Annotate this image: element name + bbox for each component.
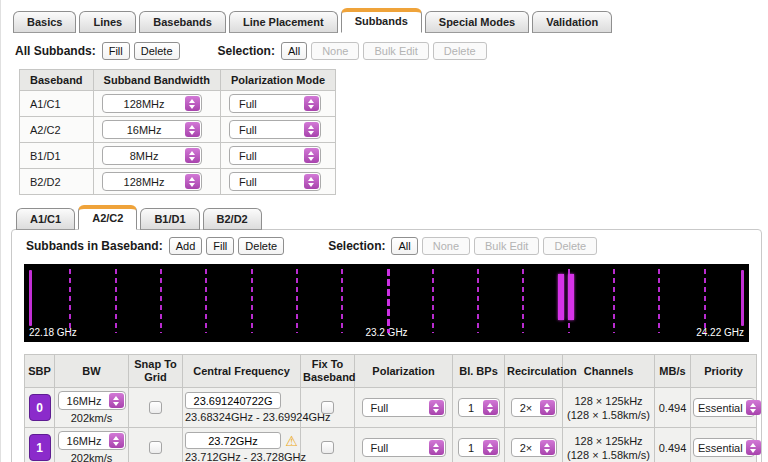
delete-selection-button[interactable]: Delete bbox=[543, 237, 597, 255]
tab-lines[interactable]: Lines bbox=[79, 11, 136, 33]
bandwidth-select[interactable]: 128MHz bbox=[102, 172, 202, 191]
add-subband-button[interactable]: Add bbox=[169, 237, 203, 255]
all-subbands-label: All Subbands: bbox=[15, 44, 96, 58]
bulk-edit-button[interactable]: Bulk Edit bbox=[474, 237, 539, 255]
col-subband-bandwidth: Subband Bandwidth bbox=[93, 70, 220, 91]
spectrum-gridline bbox=[205, 269, 207, 333]
spectrum-canvas[interactable]: 22.18 GHz 23.2 GHz 24.22 GHz bbox=[24, 264, 749, 342]
select-all-button[interactable]: All bbox=[391, 237, 417, 255]
baseband-name: B2/D2 bbox=[20, 169, 94, 195]
spectrum-left-edge-line bbox=[29, 270, 32, 326]
col-recirculation: Recirculation bbox=[505, 355, 563, 388]
stepper-icon bbox=[483, 440, 498, 455]
tab-special-modes[interactable]: Special Modes bbox=[425, 11, 529, 33]
spectrum-gridline bbox=[69, 269, 71, 333]
fix-to-baseband-checkbox[interactable] bbox=[321, 441, 334, 454]
baseband-table-header-row: Baseband Subband Bandwidth Polarization … bbox=[20, 70, 336, 91]
bw-select[interactable]: 16MHz bbox=[58, 391, 126, 410]
tab-basebands[interactable]: Basebands bbox=[139, 11, 226, 33]
all-subbands-toolbar: All Subbands: Fill Delete Selection: All… bbox=[11, 42, 762, 60]
tab-subbands[interactable]: Subbands bbox=[341, 8, 422, 33]
spectrum-gridline bbox=[296, 269, 298, 333]
delete-all-subbands-button[interactable]: Delete bbox=[134, 42, 180, 60]
polarization-mode-select[interactable]: Full bbox=[229, 146, 321, 165]
col-bw: BW bbox=[55, 355, 129, 388]
bandwidth-select[interactable]: 8MHz bbox=[102, 146, 202, 165]
stepper-icon bbox=[185, 122, 200, 137]
frequency-range-note: 23.68324GHz - 23.69924GHz bbox=[185, 411, 298, 423]
tab-a1c1[interactable]: A1/C1 bbox=[16, 208, 75, 230]
fill-all-subbands-button[interactable]: Fill bbox=[102, 42, 130, 60]
select-all-button[interactable]: All bbox=[281, 42, 307, 60]
polarization-mode-select[interactable]: Full bbox=[229, 172, 321, 191]
tab-a2c2[interactable]: A2/C2 bbox=[78, 205, 137, 230]
bandwidth-select[interactable]: 128MHz bbox=[102, 94, 202, 113]
col-polarization: Polarization bbox=[355, 355, 453, 388]
fill-subbands-button[interactable]: Fill bbox=[206, 237, 234, 255]
recirculation-select[interactable]: 2× bbox=[511, 438, 557, 457]
spectrum-subband-bar[interactable] bbox=[558, 274, 564, 320]
central-frequency-input[interactable] bbox=[185, 432, 281, 449]
col-mbs: MB/s bbox=[655, 355, 691, 388]
polarization-mode-select[interactable]: Full bbox=[229, 120, 321, 139]
bulk-edit-button[interactable]: Bulk Edit bbox=[363, 42, 428, 60]
delete-subbands-button[interactable]: Delete bbox=[238, 237, 284, 255]
col-baseband: Baseband bbox=[20, 70, 94, 91]
subband-row-1: 1 16MHz 202km/s ⚠ 23.712GHz - 23.728GHz bbox=[25, 428, 757, 462]
polarization-select[interactable]: Full bbox=[362, 398, 446, 417]
tab-basics[interactable]: Basics bbox=[13, 11, 76, 33]
warning-icon: ⚠ bbox=[285, 434, 298, 448]
priority-select[interactable]: Essential bbox=[693, 438, 755, 457]
baseband-row-b1d1: B1/D1 8MHz Full bbox=[20, 143, 336, 169]
channels-line1: 128 × 125kHz bbox=[565, 434, 652, 448]
main-tab-bar: Basics Lines Basebands Line Placement Su… bbox=[11, 8, 762, 33]
recirculation-select[interactable]: 2× bbox=[511, 398, 557, 417]
baseband-row-a2c2: A2/C2 16MHz Full bbox=[20, 117, 336, 143]
fix-to-baseband-checkbox[interactable] bbox=[321, 401, 334, 414]
stepper-icon bbox=[429, 440, 444, 455]
spectrum-subband-bar[interactable] bbox=[568, 274, 574, 320]
spectrum-gridline bbox=[658, 269, 660, 333]
polarization-select[interactable]: Full bbox=[362, 438, 446, 457]
tab-b1d1[interactable]: B1/D1 bbox=[140, 208, 199, 230]
sbp-badge[interactable]: 1 bbox=[29, 434, 51, 461]
bandwidth-select[interactable]: 16MHz bbox=[102, 120, 202, 139]
central-frequency-input[interactable] bbox=[185, 392, 281, 409]
snap-to-grid-checkbox[interactable] bbox=[149, 441, 162, 454]
stepper-icon bbox=[185, 96, 200, 111]
tab-line-placement[interactable]: Line Placement bbox=[229, 11, 338, 33]
bl-bps-select[interactable]: 1 bbox=[458, 438, 500, 457]
select-none-button[interactable]: None bbox=[311, 42, 359, 60]
sbp-badge[interactable]: 0 bbox=[29, 394, 51, 421]
select-none-button[interactable]: None bbox=[422, 237, 470, 255]
snap-to-grid-checkbox[interactable] bbox=[149, 401, 162, 414]
stepper-icon bbox=[109, 393, 124, 408]
channels-line2: (128 × 1.58km/s) bbox=[565, 408, 652, 422]
subbands-page: Basics Lines Basebands Line Placement Su… bbox=[1, 0, 768, 462]
col-sbp: SBP bbox=[25, 355, 55, 388]
bw-select[interactable]: 16MHz bbox=[58, 431, 126, 450]
col-polarization-mode: Polarization Mode bbox=[220, 70, 335, 91]
spectrum-gridline bbox=[613, 269, 615, 333]
selection-label: Selection: bbox=[328, 239, 385, 253]
selection-label: Selection: bbox=[218, 44, 275, 58]
spectrum-gridline bbox=[387, 269, 390, 333]
priority-select[interactable]: Essential bbox=[693, 398, 755, 417]
col-snap-to-grid: Snap To Grid bbox=[129, 355, 183, 388]
channels-line1: 128 × 125kHz bbox=[565, 394, 652, 408]
tab-validation[interactable]: Validation bbox=[532, 11, 612, 33]
col-priority: Priority bbox=[691, 355, 757, 388]
baseband-name: A1/C1 bbox=[20, 91, 94, 117]
col-central-frequency: Central Frequency bbox=[183, 355, 301, 388]
tab-b2d2[interactable]: B2/D2 bbox=[203, 208, 262, 230]
stepper-icon bbox=[304, 122, 319, 137]
col-bl-bps: Bl. BPs bbox=[453, 355, 505, 388]
bl-bps-select[interactable]: 1 bbox=[458, 398, 500, 417]
stepper-icon bbox=[483, 400, 498, 415]
stepper-icon bbox=[304, 96, 319, 111]
polarization-mode-select[interactable]: Full bbox=[229, 94, 321, 113]
mbs-value: 0.494 bbox=[655, 428, 691, 462]
spectrum-gridline bbox=[341, 269, 343, 333]
spectrum-gridline bbox=[251, 269, 253, 333]
delete-selection-button[interactable]: Delete bbox=[433, 42, 487, 60]
